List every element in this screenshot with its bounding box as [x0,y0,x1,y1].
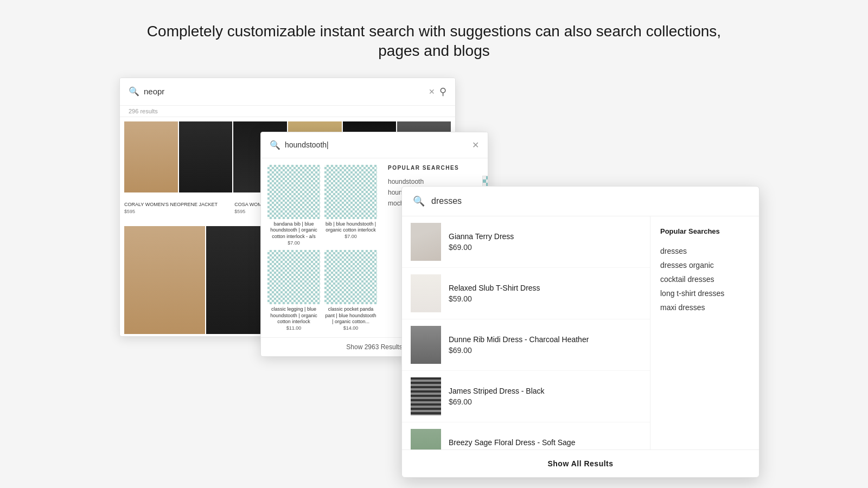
search-header-front: 🔍 [402,187,759,216]
front-popular-dresses[interactable]: dresses [660,244,749,258]
front-product-row-3[interactable]: Dunne Rib Midi Dress - Charcoal Heather … [402,319,650,371]
front-product-row-5[interactable]: Breezy Sage Floral Dress - Soft Sage $78… [402,422,650,450]
front-popular-cocktail-dresses[interactable]: cocktail dresses [660,272,749,286]
front-product-info-1: Gianna Terry Dress $69.00 [449,232,641,252]
product-info-1: CORALY WOMEN'S NEOPRENE JACKET $595 [124,201,230,222]
search-icon-mid: 🔍 [270,140,280,150]
front-product-img-5 [411,429,441,450]
mid-products-grid: bandana bib | blue houndstooth | organic… [267,165,377,331]
mid-popular-item-1[interactable]: houndstooth [388,176,477,187]
search-header-mid: 🔍 ✕ [261,132,488,158]
card-dresses: 🔍 Gianna Terry Dress $69.00 [401,186,760,478]
back-product-7[interactable] [124,226,205,334]
front-product-info-4: James Striped Dress - Black $69.00 [449,387,641,406]
mid-product-2[interactable]: bib | blue houndstooth | organic cotton … [324,165,377,246]
front-popular-maxi-dresses[interactable]: maxi dresses [660,300,749,314]
search-input-back[interactable] [144,87,424,96]
mid-popular-title: POPULAR SEARCHES [388,165,477,171]
front-product-img-2 [411,274,441,312]
search-input-mid[interactable] [285,140,468,149]
front-product-info-2: Relaxed Slub T-Shirt Dress $59.00 [449,284,641,303]
close-icon-mid[interactable]: ✕ [472,140,479,150]
show-all-results-button[interactable]: Show All Results [402,450,759,477]
front-sidebar: Popular Searches dresses dresses organic… [650,216,759,450]
back-product-1[interactable] [124,121,178,193]
mid-product-1[interactable]: bandana bib | blue houndstooth | organic… [267,165,320,246]
front-popular-long-tshirt-dresses[interactable]: long t-shirt dresses [660,286,749,300]
search-icon-back: 🔍 [129,86,139,97]
front-product-img-4 [411,377,441,415]
front-products-list: Gianna Terry Dress $69.00 Relaxed Slub T… [402,216,650,450]
search-header-back: 🔍 ✕ ⚲ [120,78,455,106]
front-product-row-2[interactable]: Relaxed Slub T-Shirt Dress $59.00 [402,268,650,319]
ui-container: 🔍 ✕ ⚲ 296 results CORALY WOMEN'S NEOPREN… [108,78,760,468]
mid-product-4[interactable]: classic pocket panda pant | blue houndst… [324,250,377,331]
search-input-front[interactable] [431,196,748,206]
front-product-row-1[interactable]: Gianna Terry Dress $69.00 [402,216,650,268]
front-product-img-1 [411,223,441,261]
results-count-back: 296 results [120,106,455,117]
front-product-info-3: Dunne Rib Midi Dress - Charcoal Heather … [449,335,641,355]
card-front-body: Gianna Terry Dress $69.00 Relaxed Slub T… [402,216,759,450]
search-submit-back[interactable]: ⚲ [439,86,446,98]
back-product-2[interactable] [179,121,233,193]
page-heading: Completely customizable instant search w… [136,22,732,61]
front-product-row-4[interactable]: James Striped Dress - Black $69.00 [402,371,650,422]
mid-product-3[interactable]: classic legging | blue houndstooth | org… [267,250,320,331]
front-product-img-3 [411,326,441,364]
front-popular-title: Popular Searches [660,227,749,235]
front-popular-dresses-organic[interactable]: dresses organic [660,258,749,272]
clear-icon-back[interactable]: ✕ [429,87,435,96]
search-icon-front: 🔍 [413,195,425,207]
front-product-info-5: Breezy Sage Floral Dress - Soft Sage $78… [449,438,641,450]
